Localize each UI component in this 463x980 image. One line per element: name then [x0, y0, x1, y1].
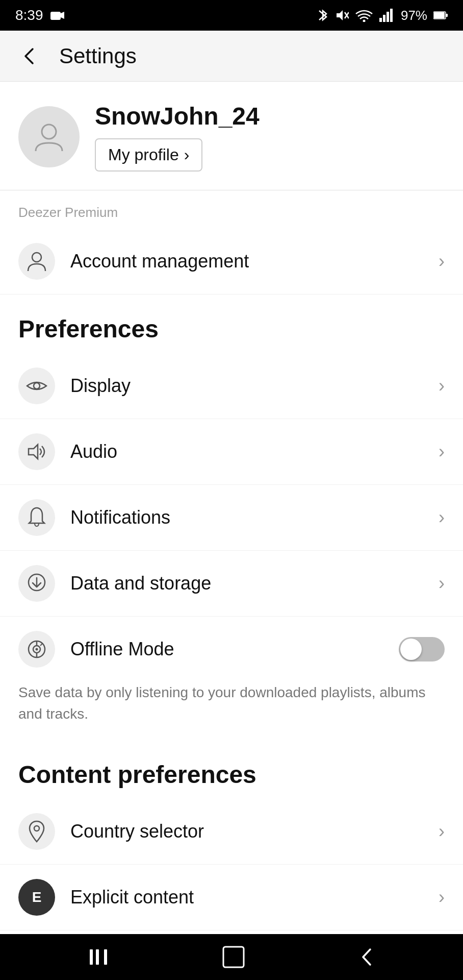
svg-rect-0 [50, 12, 61, 20]
camera-icon [48, 10, 65, 21]
svg-rect-9 [390, 9, 393, 22]
display-item[interactable]: Display › [0, 353, 463, 419]
battery-level: 97% [401, 8, 427, 23]
explicit-content-item[interactable]: E Explicit content › [0, 865, 463, 930]
notifications-item[interactable]: Notifications › [0, 485, 463, 551]
preferences-heading: Preferences [0, 295, 463, 353]
svg-marker-1 [61, 12, 64, 19]
data-storage-label: Data and storage [70, 573, 423, 594]
audio-label: Audio [70, 441, 423, 462]
nav-back-icon [356, 946, 377, 968]
download-icon [27, 573, 46, 594]
svg-rect-6 [379, 18, 382, 22]
bluetooth-icon [317, 8, 328, 23]
country-selector-chevron: › [439, 821, 445, 842]
bell-icon [27, 507, 46, 528]
explicit-icon: E [32, 889, 42, 905]
svg-rect-8 [387, 12, 389, 22]
my-profile-button[interactable]: My profile › [95, 138, 202, 172]
notifications-label: Notifications [70, 507, 423, 528]
country-icon-wrap [18, 813, 55, 850]
data-storage-chevron: › [439, 573, 445, 594]
status-bar-right: 97% [317, 8, 448, 23]
location-icon [28, 820, 45, 843]
eye-icon [26, 379, 47, 393]
svg-rect-26 [90, 949, 93, 965]
svg-point-14 [32, 253, 41, 262]
user-icon [34, 120, 64, 154]
explicit-icon-wrap: E [18, 879, 55, 916]
nav-menu-icon [86, 946, 111, 968]
notifications-chevron: › [439, 507, 445, 528]
offline-mode-label: Offline Mode [70, 639, 383, 660]
notifications-icon-wrap [18, 499, 55, 536]
svg-rect-28 [104, 949, 107, 965]
svg-rect-27 [96, 949, 99, 965]
offline-toggle[interactable] [399, 637, 445, 662]
battery-icon [433, 11, 448, 20]
svg-point-23 [36, 648, 38, 651]
offline-icon [27, 640, 46, 659]
mute-icon [335, 8, 349, 22]
status-bar: 8:39 97% [0, 0, 463, 31]
nav-bar [0, 934, 463, 980]
profile-info: SnowJohn_24 My profile › [95, 102, 260, 172]
page-title: Settings [59, 44, 137, 68]
svg-line-24 [40, 644, 42, 646]
display-icon-wrap [18, 368, 55, 404]
data-storage-item[interactable]: Data and storage › [0, 551, 463, 617]
toolbar: Settings [0, 31, 463, 82]
country-selector-item[interactable]: Country selector › [0, 799, 463, 865]
display-chevron: › [439, 375, 445, 397]
offline-toggle-wrap[interactable] [399, 637, 445, 662]
svg-point-25 [34, 826, 39, 831]
content-preferences-heading: Content preferences [0, 740, 463, 799]
my-profile-chevron: › [184, 145, 190, 164]
offline-description: Save data by only listening to your down… [0, 682, 463, 740]
account-management-item[interactable]: Account management › [0, 229, 463, 295]
svg-rect-11 [434, 12, 445, 18]
explicit-content-label: Explicit content [70, 887, 423, 908]
settings-content: SnowJohn_24 My profile › Deezer Premium … [0, 82, 463, 934]
back-button[interactable] [15, 42, 44, 70]
nav-home-icon [221, 945, 246, 969]
svg-rect-29 [223, 947, 244, 967]
display-label: Display [70, 375, 423, 397]
premium-section-label: Deezer Premium [0, 190, 463, 229]
svg-rect-12 [446, 14, 448, 17]
nav-back-button[interactable] [341, 941, 393, 973]
nav-home-button[interactable] [206, 940, 261, 974]
country-selector-label: Country selector [70, 821, 423, 842]
account-icon-wrap [18, 243, 55, 280]
svg-point-5 [363, 20, 365, 22]
my-profile-label: My profile [108, 145, 179, 164]
svg-marker-2 [337, 10, 343, 20]
audio-item[interactable]: Audio › [0, 419, 463, 485]
account-chevron: › [439, 251, 445, 272]
offline-icon-wrap [18, 631, 55, 668]
audio-icon-wrap [18, 433, 55, 470]
svg-point-13 [42, 125, 56, 139]
svg-point-15 [34, 383, 40, 389]
avatar [18, 106, 80, 167]
nav-menu-button[interactable] [70, 941, 126, 973]
wifi-icon [355, 9, 373, 22]
data-icon-wrap [18, 565, 55, 602]
account-management-label: Account management [70, 251, 423, 272]
audio-chevron: › [439, 441, 445, 462]
person-icon [27, 251, 46, 272]
username-label: SnowJohn_24 [95, 102, 260, 130]
profile-section: SnowJohn_24 My profile › [0, 82, 463, 190]
signal-icon [379, 9, 395, 22]
status-time: 8:39 [15, 7, 43, 23]
status-bar-left: 8:39 [15, 7, 65, 23]
svg-marker-16 [29, 445, 38, 459]
svg-rect-7 [383, 15, 385, 22]
explicit-content-chevron: › [439, 887, 445, 908]
offline-mode-item[interactable]: Offline Mode [0, 617, 463, 682]
audio-icon [27, 443, 47, 461]
toggle-knob [400, 639, 422, 660]
